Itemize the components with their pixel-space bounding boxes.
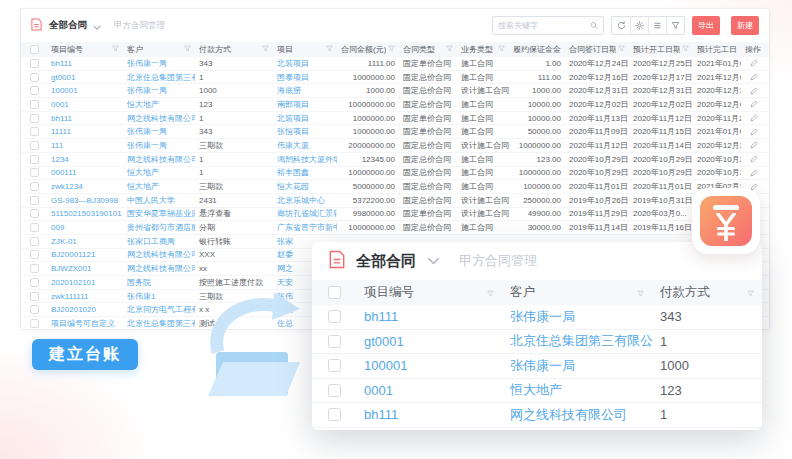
cell-link[interactable]: 国务院: [123, 276, 195, 289]
cell-link[interactable]: bh111: [47, 112, 123, 125]
chevron-down-icon[interactable]: [427, 252, 440, 270]
table-row[interactable]: zwk1234恒大地产三期款恒大花园5000000.00固定总价合同施工合同10…: [21, 180, 769, 194]
filter-icon[interactable]: [110, 45, 119, 54]
list-icon[interactable]: [648, 17, 666, 34]
table-row[interactable]: 0001恒大地产123南部项目10000000.00固定总价合同施工合同1000…: [21, 98, 769, 112]
row-checkbox[interactable]: [30, 223, 39, 232]
cell-link[interactable]: bh111: [47, 57, 123, 70]
cell-link[interactable]: ZJK-01: [47, 235, 123, 248]
row-checkbox[interactable]: [328, 359, 341, 372]
filter-icon[interactable]: [635, 286, 644, 300]
chevron-down-icon[interactable]: [93, 17, 101, 35]
export-button[interactable]: 导出: [692, 16, 720, 35]
cell-link[interactable]: 北京住总集团第三有限公司: [123, 71, 195, 84]
row-checkbox[interactable]: [30, 292, 39, 301]
cell-link[interactable]: 贵州省都匀市酒店服务有...: [123, 221, 195, 234]
gear-icon[interactable]: [630, 17, 648, 34]
row-checkbox[interactable]: [328, 335, 341, 348]
cell-link[interactable]: 1234: [47, 153, 123, 166]
cell-link[interactable]: 国泰项目: [273, 71, 337, 84]
cell-link[interactable]: 111: [47, 139, 123, 152]
cell-link[interactable]: 5115021503190101: [47, 208, 123, 221]
edit-icon[interactable]: [741, 169, 767, 177]
cell-link[interactable]: 恒大地产: [502, 379, 652, 403]
table-row[interactable]: 0001恒大地产123: [312, 379, 762, 404]
cell-link[interactable]: 国安华夏幸福基业房地产...: [123, 208, 195, 221]
cell-link[interactable]: 张伟康一局: [502, 354, 652, 378]
create-ledger-button[interactable]: 建立台账: [32, 339, 138, 370]
cell-link[interactable]: 项目编号可自定义: [47, 317, 123, 330]
cell-link[interactable]: 中国人民大学: [123, 194, 195, 207]
row-checkbox[interactable]: [30, 209, 39, 218]
filter-icon[interactable]: [496, 45, 505, 54]
cell-link[interactable]: GS-983—BJ30998: [47, 194, 123, 207]
cell-link[interactable]: 2020102101: [47, 276, 123, 289]
cell-link[interactable]: 裕丰国鑫: [273, 167, 337, 180]
cell-link[interactable]: 网之线科技有限公司: [123, 249, 195, 262]
cell-link[interactable]: 伟康大厦: [273, 139, 337, 152]
table-row[interactable]: bh111网之线科技有限公司1北装项目1000000.00固定单价合同施工合同1…: [21, 112, 769, 126]
table-row[interactable]: 000111恒大地产1裕丰国鑫10000000.00固定总价合同施工合同1000…: [21, 167, 769, 181]
table-row[interactable]: 11111张伟康一局343张恒项目1000000.00固定单价合同施工合同500…: [21, 125, 769, 139]
overlay-subtitle[interactable]: 甲方合同管理: [459, 252, 537, 270]
cell-link[interactable]: 北京住总集团第三有限公司: [502, 330, 652, 354]
cell-link[interactable]: 恒大地产: [123, 98, 195, 111]
table-row[interactable]: 1234网之线科技有限公司1鸿鹄科技大厦外墙施工项目12345.00固定总价合同…: [21, 153, 769, 167]
select-all-checkbox[interactable]: [30, 45, 39, 54]
row-checkbox[interactable]: [328, 408, 341, 421]
cell-link[interactable]: 北装项目: [273, 112, 337, 125]
cell-link[interactable]: zwk111111: [47, 290, 123, 303]
cell-link[interactable]: 网之线科技有限公司: [502, 403, 652, 427]
cell-link[interactable]: BJWZX001: [47, 262, 123, 275]
cell-link[interactable]: 100001: [356, 354, 502, 378]
table-row[interactable]: gt0001北京住总集团第三有限公司1国泰项目1000000.00固定总价合同施…: [21, 71, 769, 85]
cell-link[interactable]: 009: [47, 221, 123, 234]
row-checkbox[interactable]: [30, 196, 39, 205]
row-checkbox[interactable]: [30, 59, 39, 68]
table-row[interactable]: bh111网之线科技有限公司1: [312, 403, 762, 428]
table-row[interactable]: gt0001北京住总集团第三有限公司1: [312, 330, 762, 355]
filter-icon[interactable]: [745, 286, 754, 300]
table-row[interactable]: 5115021503190101国安华夏幸福基业房地产...悬浮查看廊坊孔雀城汇…: [21, 208, 769, 222]
row-checkbox[interactable]: [30, 86, 39, 95]
edit-icon[interactable]: [741, 59, 767, 67]
cell-link[interactable]: 海底捞: [273, 84, 337, 97]
table-row[interactable]: 100001张伟康一局1000海底捞1000.00固定总价合同设计施工合同100…: [21, 84, 769, 98]
row-checkbox[interactable]: [30, 114, 39, 123]
row-checkbox[interactable]: [30, 305, 39, 314]
row-checkbox[interactable]: [30, 237, 39, 246]
cell-link[interactable]: gt0001: [356, 330, 502, 354]
filter-icon[interactable]: [680, 45, 689, 54]
cell-link[interactable]: 北京住总集团第三有限公司: [123, 317, 195, 330]
cell-link[interactable]: bh111: [356, 305, 502, 329]
row-checkbox[interactable]: [30, 278, 39, 287]
filter-icon[interactable]: [324, 45, 333, 54]
row-checkbox[interactable]: [30, 73, 39, 82]
cell-link[interactable]: 0001: [47, 98, 123, 111]
cell-link[interactable]: 张恒项目: [273, 125, 337, 138]
cell-link[interactable]: 恒大地产: [123, 167, 195, 180]
table-row[interactable]: 009贵州省都匀市酒店服务有...分期广东省晋宁市新中医医院...1000000…: [21, 221, 769, 235]
row-checkbox[interactable]: [30, 250, 39, 259]
edit-icon[interactable]: [741, 155, 767, 163]
row-checkbox[interactable]: [328, 384, 341, 397]
row-checkbox[interactable]: [30, 319, 39, 328]
table-row[interactable]: 111张伟康一局三期款伟康大厦20000000.00固定总价合同设计施工合同10…: [21, 139, 769, 153]
cell-link[interactable]: 张伟康一局: [123, 57, 195, 70]
filter-icon[interactable]: [182, 45, 191, 54]
edit-icon[interactable]: [741, 87, 767, 95]
cell-link[interactable]: 廊坊孔雀城汇景轩: [273, 208, 337, 221]
table-row[interactable]: GS-983—BJ30998中国人民大学2431北京乐城中心5372200.00…: [21, 194, 769, 208]
filter-icon[interactable]: [386, 45, 395, 54]
filter-icon[interactable]: [444, 45, 453, 54]
row-checkbox[interactable]: [30, 168, 39, 177]
ledger-float-card[interactable]: [692, 188, 760, 254]
table-row[interactable]: bh111张伟康一局343北装项目1111.00固定单价合同施工合同1.0020…: [21, 57, 769, 71]
cell-link[interactable]: 0001: [356, 379, 502, 403]
cell-link[interactable]: 11111: [47, 125, 123, 138]
cell-link[interactable]: 北京同方电气工程有限公司: [123, 303, 195, 316]
row-checkbox[interactable]: [30, 127, 39, 136]
cell-link[interactable]: 张伟康一局: [123, 84, 195, 97]
cell-link[interactable]: 鸿鹄科技大厦外墙施工项目: [273, 153, 337, 166]
cell-link[interactable]: 000111: [47, 167, 123, 180]
